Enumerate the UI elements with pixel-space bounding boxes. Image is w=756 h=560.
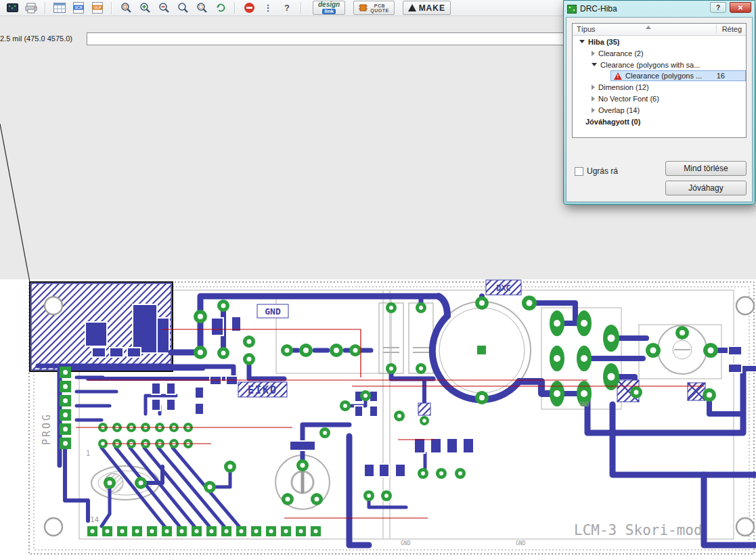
make-logo-icon bbox=[408, 4, 416, 11]
pcb-chip-icon bbox=[359, 3, 368, 12]
toolbar-separator bbox=[111, 2, 112, 14]
zoom-redraw-icon[interactable] bbox=[213, 1, 229, 16]
app-window: GND EIKO DXC PROG 1 14 GND GND GND LCM-3… bbox=[0, 0, 756, 560]
scr-script-icon[interactable]: SCR bbox=[70, 1, 87, 16]
gnd-small-label: GND bbox=[579, 402, 590, 408]
command-input[interactable] bbox=[87, 32, 567, 45]
tree-item-hiba[interactable]: Hiba (35) bbox=[573, 36, 746, 47]
warning-icon bbox=[614, 72, 623, 80]
ulp-script-icon[interactable]: ULP bbox=[89, 1, 106, 16]
coordinate-display: 2.5 mil (475.0 4575.0) bbox=[0, 34, 72, 43]
column-type[interactable]: Típus bbox=[577, 25, 596, 33]
tree-item-clearance-polygons[interactable]: Clearance (polygons with sa... bbox=[573, 59, 746, 70]
column-layer[interactable]: Réteg bbox=[716, 25, 742, 33]
tree-item-overlap[interactable]: Overlap (14) bbox=[573, 104, 746, 116]
expander-closed-icon[interactable] bbox=[592, 51, 595, 56]
sort-indicator-icon bbox=[646, 26, 651, 29]
eiko-label: EIKO bbox=[248, 384, 277, 396]
jump-to-checkbox[interactable]: Ugrás rá bbox=[575, 166, 618, 176]
make-button[interactable]: MAKE bbox=[403, 1, 451, 15]
design-link-button[interactable]: design link bbox=[313, 1, 345, 15]
expander-open-icon[interactable] bbox=[579, 40, 585, 43]
gnd-small-label: GND bbox=[401, 540, 411, 546]
board-icon[interactable] bbox=[4, 1, 20, 16]
dialog-title: DRC-Hiba bbox=[580, 4, 707, 14]
stop-icon[interactable] bbox=[241, 1, 257, 16]
checkbox-box-icon[interactable] bbox=[575, 167, 583, 176]
gnd-label: GND bbox=[265, 306, 281, 317]
zoom-out-icon[interactable] bbox=[156, 1, 172, 16]
gnd-small-label: GND bbox=[516, 540, 526, 546]
dxc-label: DXC bbox=[496, 283, 511, 293]
clear-all-button[interactable]: Mind törlése bbox=[665, 161, 747, 176]
expander-open-icon[interactable] bbox=[592, 63, 597, 66]
zoom-previous-icon[interactable] bbox=[175, 1, 191, 16]
table-icon[interactable] bbox=[51, 1, 68, 16]
error-tree: Típus Réteg Hiba (35) Clearance (2) Clea… bbox=[572, 23, 747, 138]
dialog-board-icon bbox=[567, 5, 577, 14]
toolbar-separator bbox=[301, 2, 302, 14]
error-layer-value: 16 bbox=[717, 72, 725, 80]
prog-label: PROG bbox=[41, 413, 53, 445]
dimension-line bbox=[0, 124, 30, 282]
print-icon[interactable] bbox=[23, 1, 39, 16]
tree-item-selected-error[interactable]: Clearance (polygons ... 16 bbox=[610, 70, 746, 81]
svg-text:SCR: SCR bbox=[74, 5, 83, 9]
expander-closed-icon[interactable] bbox=[592, 85, 595, 90]
drc-error-dialog: DRC-Hiba ? ✕ Típus Réteg Hiba (35) Clear… bbox=[563, 0, 755, 205]
zoom-in-icon[interactable] bbox=[137, 1, 153, 16]
zoom-select-icon[interactable] bbox=[194, 1, 210, 16]
expander-closed-icon[interactable] bbox=[592, 96, 595, 101]
zoom-fit-icon[interactable] bbox=[118, 1, 134, 16]
toolbar-separator bbox=[45, 2, 46, 14]
toolbar-separator bbox=[234, 2, 236, 14]
tree-item-no-vector-font[interactable]: No Vector Font (6) bbox=[573, 93, 746, 104]
pin1-label: 1 bbox=[86, 450, 90, 457]
tree-header[interactable]: Típus Réteg bbox=[573, 24, 746, 36]
dialog-content: Típus Réteg Hiba (35) Clearance (2) Clea… bbox=[566, 17, 753, 202]
dialog-titlebar[interactable]: DRC-Hiba ? ✕ bbox=[566, 1, 753, 17]
approve-button[interactable]: Jóváhagy bbox=[665, 181, 747, 195]
expander-closed-icon[interactable] bbox=[592, 108, 595, 113]
info-icon[interactable]: ⋮ bbox=[260, 1, 276, 16]
design-link-label: design bbox=[318, 1, 340, 8]
help-icon[interactable]: ? bbox=[279, 1, 295, 16]
pin14-label: 14 bbox=[90, 515, 99, 524]
tree-item-approved[interactable]: Jóváhagyott (0) bbox=[573, 116, 746, 127]
tree-item-clearance[interactable]: Clearance (2) bbox=[573, 47, 746, 59]
tree-item-dimension[interactable]: Dimension (12) bbox=[573, 81, 746, 93]
dialog-close-button[interactable]: ✕ bbox=[730, 2, 751, 13]
board-title: LCM-3 Skori-mod bbox=[574, 522, 703, 538]
dialog-help-button[interactable]: ? bbox=[710, 2, 726, 13]
pcb-quote-button[interactable]: PCB QUOTE bbox=[353, 1, 394, 15]
svg-text:ULP: ULP bbox=[94, 5, 102, 9]
